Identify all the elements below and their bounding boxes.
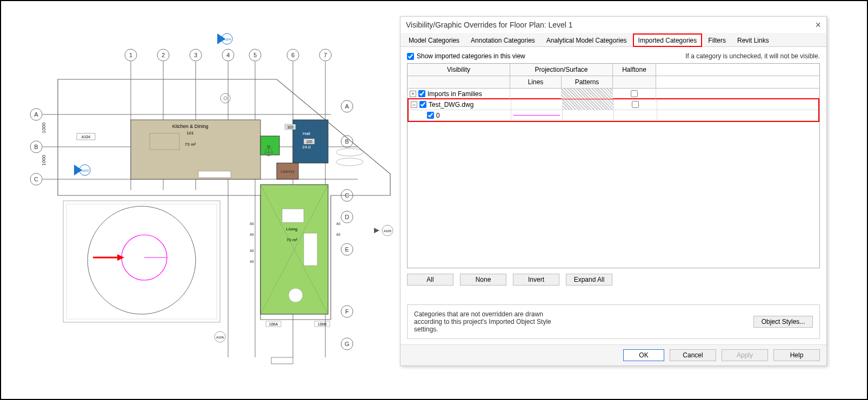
close-icon[interactable]: × <box>815 20 821 30</box>
imported-dwg-region <box>63 201 220 322</box>
visibility-hint: If a category is unchecked, it will not … <box>685 52 820 60</box>
room-area-70: 70 m² <box>286 238 298 242</box>
row-label: Test_DWG.dwg <box>429 101 473 109</box>
svg-text:46: 46 <box>336 233 340 236</box>
svg-text:46: 46 <box>250 233 254 236</box>
svg-text:C: C <box>34 176 38 182</box>
dialog-title: Visibility/Graphic Overrides for Floor P… <box>406 21 573 29</box>
room-label-living: Living <box>286 227 298 232</box>
svg-rect-75 <box>63 201 220 322</box>
svg-text:1: 1 <box>129 52 132 58</box>
tab-revit-links[interactable]: Revit Links <box>732 34 774 46</box>
svg-rect-85 <box>271 357 293 364</box>
expand-icon[interactable]: + <box>410 91 416 97</box>
show-imported-input[interactable] <box>407 53 414 60</box>
room-label-laundry: Laundry <box>281 170 295 174</box>
invert-button[interactable]: Invert <box>513 274 559 286</box>
room-label-kitchen: Kitchen & Dining <box>172 124 209 129</box>
svg-rect-49 <box>304 233 317 266</box>
dialog-footer: OK Cancel Apply Help <box>400 344 826 365</box>
col-lines[interactable]: Lines <box>510 76 562 88</box>
col-projection-surface[interactable]: Projection/Surface <box>510 64 613 76</box>
svg-point-59 <box>336 158 363 166</box>
room-label-hall: Hall <box>303 131 310 136</box>
svg-text:E: E <box>345 246 349 253</box>
room-label-m: M... <box>267 145 273 148</box>
tab-annotation-categories[interactable]: Annotation Categories <box>466 34 540 46</box>
col-halftone[interactable]: Halftone <box>613 64 656 76</box>
ok-button[interactable]: OK <box>623 349 664 361</box>
categories-grid: Visibility Projection/Surface Halftone L… <box>407 63 820 268</box>
show-imported-checkbox[interactable]: Show imported categories in this view <box>407 52 525 60</box>
selection-buttons: All None Invert Expand All <box>407 274 820 286</box>
section-a103: A103 <box>81 169 89 172</box>
room-number-101: 101 <box>186 131 194 135</box>
object-styles-button[interactable]: Object Styles... <box>753 316 813 328</box>
svg-text:4: 4 <box>226 52 230 58</box>
cancel-button[interactable]: Cancel <box>670 349 716 361</box>
room-area-73: 73 m² <box>185 142 196 147</box>
svg-text:2: 2 <box>162 52 165 58</box>
svg-marker-79 <box>117 254 124 261</box>
info-text: Categories that are not overridden are d… <box>414 310 555 333</box>
svg-text:F: F <box>345 308 349 315</box>
svg-text:A: A <box>345 103 349 110</box>
info-box: Categories that are not overridden are d… <box>407 304 820 339</box>
tab-analytical-model-categories[interactable]: Analytical Model Categories <box>542 34 632 46</box>
svg-text:A: A <box>34 111 38 118</box>
expand-all-button[interactable]: Expand All <box>566 274 612 286</box>
tab-imported-categories[interactable]: Imported Categories <box>633 34 702 46</box>
show-imported-label: Show imported categories in this view <box>417 52 525 60</box>
svg-text:46: 46 <box>250 260 254 263</box>
visibility-graphics-dialog: Visibility/Graphic Overrides for Floor P… <box>400 16 827 366</box>
svg-point-58 <box>336 148 363 156</box>
tab-model-categories[interactable]: Model Categories <box>404 34 464 46</box>
dialog-titlebar: Visibility/Graphic Overrides for Floor P… <box>400 17 826 33</box>
svg-text:46: 46 <box>250 222 254 226</box>
row-checkbox[interactable] <box>418 90 425 97</box>
dialog-body: Show imported categories in this view If… <box>400 47 826 344</box>
collapse-icon[interactable]: – <box>411 101 417 108</box>
grid-row-test-dwg[interactable]: – Test_DWG.dwg <box>409 99 818 110</box>
svg-text:5: 5 <box>253 52 257 58</box>
section-a105: A105 <box>384 229 392 233</box>
tab-row: Model Categories Annotation Categories A… <box>400 33 826 47</box>
row-checkbox[interactable] <box>419 101 426 108</box>
help-button[interactable]: Help <box>773 349 820 361</box>
row-label: Imports in Families <box>428 90 482 98</box>
col-patterns[interactable]: Patterns <box>562 76 613 88</box>
line-override-swatch[interactable] <box>513 115 560 116</box>
grid-row-layer-0[interactable]: 0 <box>409 110 818 121</box>
pattern-swatch[interactable] <box>563 99 613 110</box>
halftone-checkbox[interactable] <box>631 90 638 97</box>
all-button[interactable]: All <box>407 274 453 286</box>
highlighted-rows: – Test_DWG.dwg 0 <box>408 98 819 122</box>
tag-106b: 106B <box>318 322 327 326</box>
tab-filters[interactable]: Filters <box>703 34 731 46</box>
section-a104-l: A104 <box>82 135 90 139</box>
row-checkbox[interactable] <box>427 112 434 119</box>
section-a104-top: A104 <box>223 38 231 41</box>
room-area-24: 24.0 <box>302 145 311 150</box>
svg-rect-48 <box>282 209 304 222</box>
tag-103: 103 <box>287 125 293 129</box>
svg-text:3: 3 <box>194 52 197 58</box>
apply-button[interactable]: Apply <box>722 349 768 361</box>
svg-text:46: 46 <box>250 249 254 253</box>
svg-text:46: 46 <box>336 222 340 226</box>
grid-empty-area <box>408 122 819 268</box>
svg-point-80 <box>221 93 230 103</box>
svg-point-50 <box>289 288 303 302</box>
building-mass <box>58 79 390 320</box>
floorplan-viewport[interactable]: 1 2 3 4 5 6 7 A B C A <box>12 12 401 384</box>
tag-106a: 106A <box>269 322 278 326</box>
svg-text:B: B <box>34 144 38 150</box>
pattern-swatch[interactable] <box>562 89 612 99</box>
svg-text:1000: 1000 <box>41 155 46 166</box>
col-visibility[interactable]: Visibility <box>408 64 510 76</box>
svg-rect-47 <box>198 171 231 178</box>
svg-rect-76 <box>66 204 217 319</box>
grid-row-imports-in-families[interactable]: + Imports in Families <box>408 89 819 99</box>
halftone-checkbox[interactable] <box>632 101 639 108</box>
none-button[interactable]: None <box>460 274 506 286</box>
